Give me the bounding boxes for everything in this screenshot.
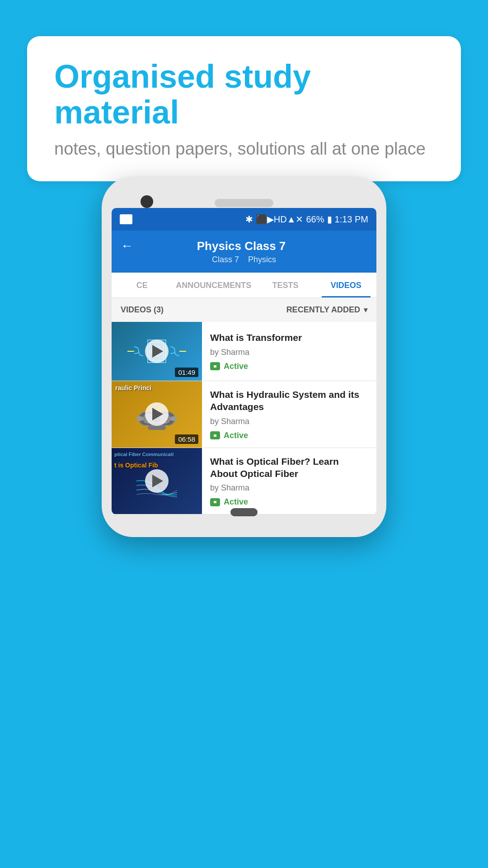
chevron-down-icon: ▾ [364, 306, 367, 314]
status-app-icon [120, 214, 132, 224]
hero-section: Organised study material notes, question… [0, 0, 488, 199]
speech-bubble: Organised study material notes, question… [27, 36, 461, 181]
tab-tests[interactable]: TESTS [255, 273, 315, 297]
video-author-3: by Sharma [210, 483, 368, 493]
active-badge-2: Active [210, 431, 368, 440]
active-badge-1: Active [210, 362, 368, 371]
video-author-1: by Sharma [210, 348, 368, 357]
video-duration-2: 06:58 [175, 434, 198, 444]
svg-rect-9 [136, 416, 143, 421]
hydraulic-label: raulic Princi [112, 385, 202, 392]
video-title-2: What is Hydraulic System and its Advanta… [210, 388, 368, 413]
breadcrumb-class: Class 7 [212, 255, 239, 264]
filter-bar: VIDEOS (3) RECENTLY ADDED ▾ [112, 298, 376, 322]
video-duration-1: 01:49 [175, 368, 198, 377]
camera [141, 195, 153, 208]
sort-label: RECENTLY ADDED [286, 305, 360, 315]
status-right: ✱ ⬛▶HD▲✕ 66% ▮ 1:13 PM [245, 214, 368, 225]
header-top: ← Physics Class 7 [121, 239, 367, 253]
screen-title: Physics Class 7 [133, 239, 349, 253]
app-header: ← Physics Class 7 Class 7 Physics [112, 231, 376, 273]
speaker [215, 199, 273, 207]
play-button-2[interactable] [145, 402, 169, 426]
video-thumbnail-3: ptical Fiber Communicati t is Optical Fi… [112, 448, 202, 514]
chat-icon-3 [210, 498, 220, 506]
play-icon-1 [152, 345, 163, 358]
play-icon-3 [152, 475, 163, 487]
signal-icons: ⬛▶HD▲✕ [256, 214, 304, 225]
tab-ce[interactable]: CE [112, 273, 172, 297]
video-title-1: What is Transformer [210, 331, 368, 344]
active-label-3: Active [224, 497, 248, 507]
svg-rect-10 [170, 416, 177, 421]
video-list: 01:49 What is Transformer by Sharma Acti… [112, 322, 376, 514]
video-thumbnail-2: raulic Princi [112, 381, 202, 448]
tabs-bar: CE ANNOUNCEMENTS TESTS VIDEOS [112, 273, 376, 298]
active-label-2: Active [224, 431, 248, 440]
hero-title: Organised study material [54, 59, 434, 130]
tab-videos[interactable]: VIDEOS [316, 273, 376, 297]
video-author-2: by Sharma [210, 417, 368, 426]
optical-label-mid: t is Optical Fib [112, 462, 202, 469]
play-button-3[interactable] [145, 469, 169, 493]
bluetooth-icon: ✱ [245, 214, 253, 225]
time: 1:13 PM [335, 214, 368, 225]
list-item[interactable]: raulic Princi [112, 381, 376, 448]
play-icon-2 [152, 408, 163, 420]
status-bar: ✱ ⬛▶HD▲✕ 66% ▮ 1:13 PM [112, 208, 376, 231]
video-info-3: What is Optical Fiber? Learn About Optic… [202, 448, 376, 514]
list-item[interactable]: 01:49 What is Transformer by Sharma Acti… [112, 322, 376, 381]
tab-announcements[interactable]: ANNOUNCEMENTS [172, 273, 255, 297]
battery-icon: ▮ [327, 214, 332, 225]
header-breadcrumb: Class 7 Physics [212, 255, 276, 264]
home-button[interactable] [230, 508, 258, 516]
active-label-1: Active [224, 362, 248, 371]
hero-subtitle: notes, question papers, solutions all at… [54, 139, 434, 159]
list-item[interactable]: ptical Fiber Communicati t is Optical Fi… [112, 448, 376, 515]
videos-count: VIDEOS (3) [121, 305, 164, 315]
phone-screen: ✱ ⬛▶HD▲✕ 66% ▮ 1:13 PM ← Physics Class 7 [112, 208, 376, 514]
play-button-1[interactable] [145, 340, 169, 363]
optical-label-top: ptical Fiber Communicati [112, 452, 202, 457]
video-thumbnail-1: 01:49 [112, 322, 202, 381]
video-info-1: What is Transformer by Sharma Active [202, 322, 376, 381]
chat-icon-2 [210, 431, 220, 439]
back-button[interactable]: ← [121, 239, 133, 253]
video-info-2: What is Hydraulic System and its Advanta… [202, 381, 376, 448]
battery-percent: 66% [306, 214, 324, 225]
chat-icon-1 [210, 362, 220, 370]
video-title-3: What is Optical Fiber? Learn About Optic… [210, 455, 368, 480]
sort-dropdown[interactable]: RECENTLY ADDED ▾ [286, 305, 367, 315]
svg-rect-8 [148, 425, 166, 430]
active-badge-3: Active [210, 497, 368, 507]
breadcrumb-subject: Physics [248, 255, 276, 264]
phone-mockup: ✱ ⬛▶HD▲✕ 66% ▮ 1:13 PM ← Physics Class 7 [36, 176, 452, 537]
phone-body: ✱ ⬛▶HD▲✕ 66% ▮ 1:13 PM ← Physics Class 7 [102, 176, 386, 537]
